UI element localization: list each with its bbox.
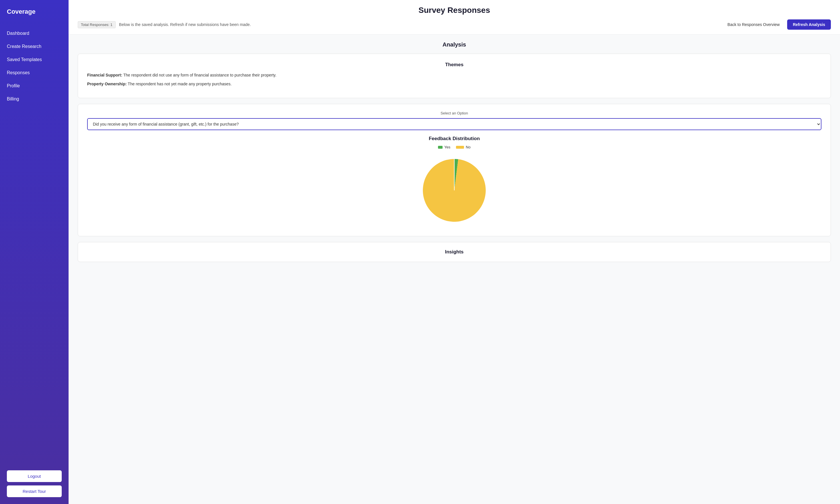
page-header: Survey Responses Total Responses: 1 Belo… bbox=[69, 0, 840, 35]
sidebar-item-responses[interactable]: Responses bbox=[0, 66, 69, 79]
feedback-distribution-title: Feedback Distribution bbox=[87, 136, 821, 142]
header-bar: Total Responses: 1 Below is the saved an… bbox=[78, 19, 831, 34]
page-title: Survey Responses bbox=[78, 6, 831, 19]
back-to-overview-button[interactable]: Back to Responses Overview bbox=[723, 20, 784, 29]
insights-title: Insights bbox=[87, 249, 821, 255]
pie-chart-container bbox=[87, 154, 821, 229]
analysis-title: Analysis bbox=[78, 41, 831, 48]
sidebar-nav: DashboardCreate ResearchSaved TemplatesR… bbox=[0, 23, 69, 466]
theme-item: Property Ownership: The respondent has n… bbox=[87, 81, 821, 87]
refresh-analysis-button[interactable]: Refresh Analysis bbox=[787, 19, 831, 30]
legend-no-color bbox=[456, 146, 464, 149]
restart-tour-button[interactable]: Restart Tour bbox=[7, 485, 62, 497]
themes-section: Themes Financial Support: The respondent… bbox=[78, 54, 831, 98]
sidebar-item-create-research[interactable]: Create Research bbox=[0, 40, 69, 53]
sidebar-buttons: Logout Restart Tour bbox=[0, 466, 69, 504]
chart-legend: Yes No bbox=[87, 145, 821, 149]
legend-yes-label: Yes bbox=[444, 145, 450, 149]
legend-yes: Yes bbox=[438, 145, 450, 149]
insights-section: Insights bbox=[78, 242, 831, 262]
question-select[interactable]: Did you receive any form of financial as… bbox=[87, 118, 821, 130]
theme-label: Financial Support: bbox=[87, 73, 122, 77]
themes-title: Themes bbox=[87, 62, 821, 68]
select-label: Select an Option bbox=[87, 111, 821, 115]
themes-list: Financial Support: The respondent did no… bbox=[87, 72, 821, 87]
logout-button[interactable]: Logout bbox=[7, 470, 62, 482]
theme-item: Financial Support: The respondent did no… bbox=[87, 72, 821, 78]
header-description: Below is the saved analysis. Refresh if … bbox=[119, 22, 720, 27]
sidebar-item-dashboard[interactable]: Dashboard bbox=[0, 27, 69, 40]
pie-chart bbox=[420, 156, 488, 224]
theme-label: Property Ownership: bbox=[87, 82, 126, 86]
sidebar-item-profile[interactable]: Profile bbox=[0, 79, 69, 92]
sidebar-item-saved-templates[interactable]: Saved Templates bbox=[0, 53, 69, 66]
main-content: Survey Responses Total Responses: 1 Belo… bbox=[69, 0, 840, 504]
content-area: Analysis Themes Financial Support: The r… bbox=[69, 35, 840, 269]
legend-yes-color bbox=[438, 146, 443, 149]
sidebar-title: Coverage bbox=[0, 0, 69, 23]
legend-no-label: No bbox=[466, 145, 470, 149]
total-responses-badge: Total Responses: 1 bbox=[78, 21, 116, 28]
legend-no: No bbox=[456, 145, 470, 149]
sidebar: Coverage DashboardCreate ResearchSaved T… bbox=[0, 0, 69, 504]
sidebar-item-billing[interactable]: Billing bbox=[0, 92, 69, 106]
chart-section: Select an Option Did you receive any for… bbox=[78, 104, 831, 236]
